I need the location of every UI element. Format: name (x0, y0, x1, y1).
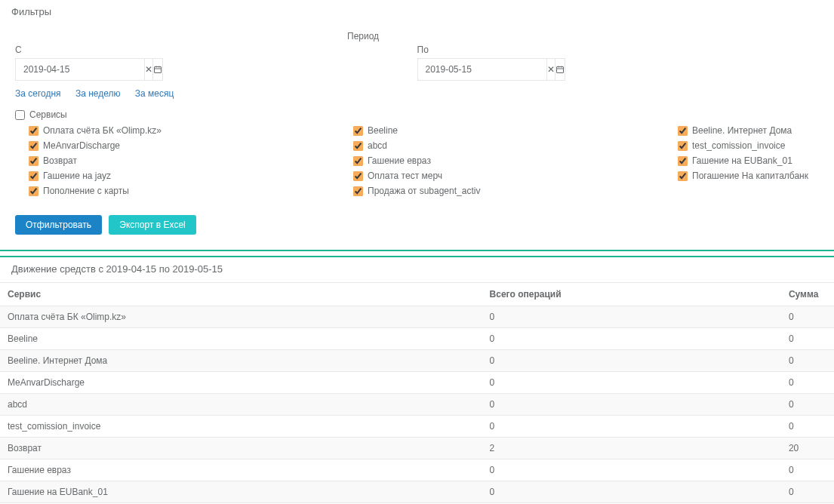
service-item: abcd (340, 138, 664, 153)
service-item: Гашение евраз (340, 153, 664, 168)
service-label: Beeline. Интернет Дома (692, 125, 792, 136)
quick-today-link[interactable]: За сегодня (15, 88, 61, 99)
service-checkbox[interactable] (29, 141, 38, 151)
date-from-input[interactable] (15, 58, 144, 81)
cell-service: Beeline (0, 328, 482, 350)
table-row: Оплата счёта БК «Olimp.kz»00 (0, 306, 834, 328)
filter-button[interactable]: Отфильтровать (15, 215, 102, 235)
table-row: MeAnvarDischarge00 (0, 372, 834, 394)
service-label: abcd (368, 140, 387, 151)
service-label: Beeline (368, 125, 398, 136)
service-checkbox[interactable] (678, 156, 688, 166)
service-item: Пополнение с карты (15, 183, 340, 198)
clear-from-icon[interactable]: ✕ (144, 58, 153, 81)
services-all-checkbox[interactable] (15, 110, 25, 120)
date-to-input[interactable] (417, 58, 546, 81)
table-row: Beeline00 (0, 328, 834, 350)
cell-sum: 0 (781, 481, 834, 503)
table-row: Гашение на EUBank_0100 (0, 481, 834, 503)
cell-ops: 0 (482, 416, 781, 438)
service-label: Оплата счёта БК «Olimp.kz» (43, 125, 162, 136)
cell-sum: 0 (781, 459, 834, 481)
cell-service: Гашение евраз (0, 459, 482, 481)
service-label: Гашение евраз (368, 155, 431, 166)
cell-service: Возврат (0, 438, 482, 459)
service-checkbox[interactable] (29, 186, 38, 196)
service-checkbox[interactable] (353, 186, 363, 196)
col-ops: Всего операций (482, 283, 781, 306)
table-row: abcd00 (0, 394, 834, 416)
cell-sum: 0 (781, 328, 834, 350)
filters-heading: Фильтры (0, 0, 834, 23)
cell-service: MeAnvarDischarge (0, 372, 482, 394)
table-row: Возврат220 (0, 438, 834, 459)
cell-service: Beeline. Интернет Дома (0, 350, 482, 372)
service-checkbox[interactable] (29, 156, 38, 166)
cell-sum: 0 (781, 394, 834, 416)
service-label: Гашение на jayz (43, 171, 111, 181)
clear-to-icon[interactable]: ✕ (546, 58, 555, 81)
cell-ops: 0 (482, 394, 781, 416)
table-row: test_comission_invoice00 (0, 416, 834, 438)
cell-ops: 2 (482, 438, 781, 459)
cell-sum: 0 (781, 416, 834, 438)
service-label: test_comission_invoice (692, 140, 785, 151)
service-item: Возврат (15, 153, 340, 168)
service-label: MeAnvarDischarge (43, 140, 120, 151)
svg-rect-4 (556, 67, 563, 73)
to-label: По (417, 45, 808, 55)
calendar-to-icon[interactable] (555, 58, 565, 81)
service-label: Оплата тест мерч (368, 171, 442, 181)
service-checkbox[interactable] (678, 126, 688, 136)
service-item: Погашение На капиталбанк (664, 168, 808, 183)
cell-service: Гашение на EUBank_01 (0, 481, 482, 503)
cell-sum: 20 (781, 438, 834, 459)
report-heading: Движение средств с 2019-04-15 по 2019-05… (0, 256, 834, 281)
quick-month-link[interactable]: За месяц (135, 88, 174, 99)
quick-week-link[interactable]: За неделю (75, 88, 121, 99)
cell-ops: 0 (482, 306, 781, 328)
service-label: Продажа от subagent_activ (368, 186, 480, 196)
service-checkbox[interactable] (353, 141, 363, 151)
service-checkbox[interactable] (678, 171, 688, 181)
cell-sum: 0 (781, 350, 834, 372)
service-checkbox[interactable] (29, 126, 38, 136)
cell-ops: 0 (482, 328, 781, 350)
col-sum: Сумма (781, 283, 834, 306)
service-item: Гашение на jayz (15, 168, 340, 183)
service-item: test_comission_invoice (664, 138, 808, 153)
service-item: Оплата тест мерч (340, 168, 664, 183)
cell-sum: 0 (781, 372, 834, 394)
calendar-from-icon[interactable] (153, 58, 163, 81)
service-item: Гашение на EUBank_01 (664, 153, 808, 168)
service-item: Оплата счёта БК «Olimp.kz» (15, 123, 340, 138)
svg-rect-0 (155, 67, 162, 73)
services-label: Сервисы (29, 109, 67, 120)
col-service: Сервис (0, 283, 482, 306)
table-row: Beeline. Интернет Дома00 (0, 350, 834, 372)
export-button[interactable]: Экспорт в Excel (109, 215, 195, 235)
service-checkbox[interactable] (353, 171, 363, 181)
cell-ops: 0 (482, 459, 781, 481)
service-item: Продажа от subagent_activ (340, 183, 664, 198)
cell-ops: 0 (482, 481, 781, 503)
service-checkbox[interactable] (353, 126, 363, 136)
cell-service: Оплата счёта БК «Olimp.kz» (0, 306, 482, 328)
cell-service: test_comission_invoice (0, 416, 482, 438)
service-item: Beeline (340, 123, 664, 138)
cell-ops: 0 (482, 350, 781, 372)
cell-ops: 0 (482, 372, 781, 394)
service-label: Возврат (43, 155, 77, 166)
service-label: Пополнение с карты (43, 186, 129, 196)
service-checkbox[interactable] (678, 141, 688, 151)
cell-service: abcd (0, 394, 482, 416)
from-label: С (15, 45, 406, 55)
period-label: Период (347, 31, 819, 45)
service-label: Погашение На капиталбанк (692, 171, 808, 181)
service-checkbox[interactable] (29, 171, 38, 181)
table-row: Гашение евраз00 (0, 459, 834, 481)
service-checkbox[interactable] (353, 156, 363, 166)
service-label: Гашение на EUBank_01 (692, 155, 792, 166)
cell-sum: 0 (781, 306, 834, 328)
service-item: MeAnvarDischarge (15, 138, 340, 153)
